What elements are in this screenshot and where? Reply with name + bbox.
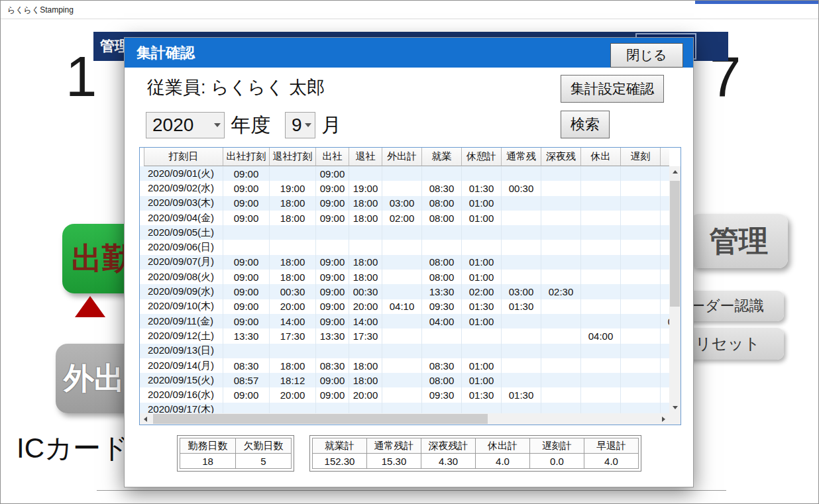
- value-cell: [422, 344, 462, 358]
- value-cell: [661, 358, 669, 373]
- column-header[interactable]: [661, 148, 669, 166]
- column-header[interactable]: 外出計: [382, 148, 422, 166]
- value-cell: 09:00: [223, 196, 270, 211]
- date-cell: 2020/09/04(金): [144, 211, 223, 225]
- value-cell: [581, 166, 621, 181]
- table-row[interactable]: 2020/09/08(火)09:0018:0009:0018:0008:0001…: [140, 270, 669, 284]
- value-cell: [382, 166, 422, 181]
- table-row[interactable]: 2020/09/10(木)09:0020:0009:0020:0004:1009…: [140, 299, 669, 314]
- table-row[interactable]: 2020/09/05(土): [140, 225, 669, 240]
- table-row[interactable]: 2020/09/04(金)09:0018:0009:0018:0002:0008…: [140, 211, 669, 225]
- value-cell: [661, 387, 669, 402]
- attendance-table-body: 2020/09/01(火)09:0009:002020/09/02(水)09:0…: [140, 166, 669, 413]
- value-cell: [502, 373, 541, 387]
- column-header[interactable]: 通常残: [502, 148, 541, 166]
- value-cell: 20:00: [270, 299, 316, 314]
- table-row[interactable]: 2020/09/16(水)09:0020:0009:0020:0009:3001…: [140, 387, 669, 402]
- value-cell: [661, 344, 669, 358]
- vertical-scrollbar[interactable]: [669, 166, 681, 413]
- value-cell: 09:00: [316, 299, 349, 314]
- table-row[interactable]: 2020/09/01(火)09:0009:00: [140, 166, 669, 181]
- dialog-titlebar[interactable]: 集計確認 閉じる: [125, 38, 693, 68]
- table-row[interactable]: 2020/09/17(木): [140, 403, 669, 413]
- summary-value: 152.30: [313, 454, 367, 469]
- value-cell: 08:30: [223, 358, 270, 373]
- value-cell: 09:00: [223, 299, 270, 314]
- value-cell: 01:30: [462, 387, 502, 402]
- value-cell: 01:00: [462, 358, 502, 373]
- value-cell: [621, 373, 661, 387]
- value-cell: 09:00: [316, 284, 349, 299]
- table-row[interactable]: 2020/09/02(水)09:0019:0009:0019:0008:3001…: [140, 181, 669, 195]
- table-row[interactable]: 2020/09/06(日): [140, 240, 669, 254]
- column-header[interactable]: 遅刻: [621, 148, 661, 166]
- month-select[interactable]: 9: [285, 112, 315, 138]
- value-cell: 09:00: [223, 166, 270, 181]
- summary-value: 4.30: [421, 454, 476, 469]
- table-row[interactable]: 2020/09/03(木)09:0018:0009:0018:0003:0008…: [140, 196, 669, 211]
- table-row[interactable]: 2020/09/09(水)09:0000:3009:0000:3013:3002…: [140, 284, 669, 299]
- column-header[interactable]: 打刻日: [144, 148, 223, 166]
- value-cell: 01:00: [462, 270, 502, 284]
- table-row[interactable]: 2020/09/15(火)08:5718:1209:0018:0008:0001…: [140, 373, 669, 387]
- value-cell: [621, 403, 661, 413]
- value-cell: [349, 225, 382, 240]
- table-row[interactable]: 2020/09/13(日): [140, 344, 669, 358]
- value-cell: [270, 403, 316, 413]
- value-cell: [581, 403, 621, 413]
- value-cell: [581, 358, 621, 373]
- table-row[interactable]: 2020/09/12(土)13:3017:3013:3017:3004:00: [140, 328, 669, 343]
- value-cell: [541, 211, 581, 225]
- close-button[interactable]: 閉じる: [610, 43, 683, 68]
- attendance-grid: 打刻日出社打刻退社打刻出社退社外出計就業休憩計通常残深夜残休出遅刻 2020/0…: [139, 147, 681, 425]
- value-cell: [382, 270, 422, 284]
- value-cell: [581, 196, 621, 211]
- value-cell: [502, 344, 541, 358]
- aggregation-settings-button[interactable]: 集計設定確認: [561, 75, 664, 103]
- scroll-up-button[interactable]: [669, 166, 681, 177]
- value-cell: 17:30: [270, 328, 316, 343]
- value-cell: [422, 328, 462, 343]
- value-cell: [581, 181, 621, 195]
- column-header[interactable]: 出社打刻: [223, 148, 270, 166]
- column-header[interactable]: 休憩計: [462, 148, 502, 166]
- employee-label: 従業員: らくらく 太郎: [147, 76, 325, 99]
- scroll-left-button[interactable]: [140, 413, 151, 425]
- date-cell: 2020/09/07(月): [144, 255, 223, 270]
- date-cell: 2020/09/03(木): [144, 196, 223, 211]
- scroll-down-button[interactable]: [669, 402, 681, 413]
- manage-button-label: 管理: [710, 222, 768, 261]
- red-triangle-indicator: [75, 296, 105, 317]
- scroll-right-button[interactable]: [658, 413, 669, 425]
- column-header[interactable]: 出社: [316, 148, 349, 166]
- value-cell: [316, 225, 349, 240]
- value-cell: [382, 314, 422, 328]
- date-cell: 2020/09/12(土): [144, 328, 223, 343]
- column-header[interactable]: 就業: [422, 148, 462, 166]
- table-row[interactable]: 2020/09/07(月)09:0018:0009:0018:0008:0001…: [140, 255, 669, 270]
- manage-button[interactable]: 管理: [690, 214, 788, 268]
- value-cell: 09:30: [422, 387, 462, 402]
- value-cell: 18:00: [270, 196, 316, 211]
- column-header[interactable]: 休出: [581, 148, 621, 166]
- ic-card-prompt: ICカード: [17, 430, 129, 467]
- table-row[interactable]: 2020/09/14(月)08:3018:0008:3018:0008:3001…: [140, 358, 669, 373]
- summary-header: 遅刻計: [530, 438, 584, 454]
- summary-header: 欠勤日数: [236, 438, 292, 454]
- horizontal-scroll-thumb[interactable]: [153, 414, 488, 424]
- year-select[interactable]: 2020: [146, 112, 225, 138]
- date-cell: 2020/09/08(火): [144, 270, 223, 284]
- reset-button-label: リセット: [695, 333, 760, 354]
- column-header[interactable]: 退社: [349, 148, 382, 166]
- column-header[interactable]: 退社打刻: [270, 148, 316, 166]
- column-header[interactable]: 深夜残: [541, 148, 581, 166]
- value-cell: 19:00: [349, 181, 382, 195]
- table-row[interactable]: 2020/09/11(金)09:0014:0009:0014:0004:0001…: [140, 314, 669, 328]
- value-cell: [541, 387, 581, 402]
- horizontal-scrollbar[interactable]: [140, 413, 669, 425]
- search-button[interactable]: 検索: [561, 111, 610, 138]
- value-cell: [422, 225, 462, 240]
- value-cell: [581, 270, 621, 284]
- value-cell: 09:00: [223, 181, 270, 195]
- vertical-scroll-thumb[interactable]: [670, 181, 680, 307]
